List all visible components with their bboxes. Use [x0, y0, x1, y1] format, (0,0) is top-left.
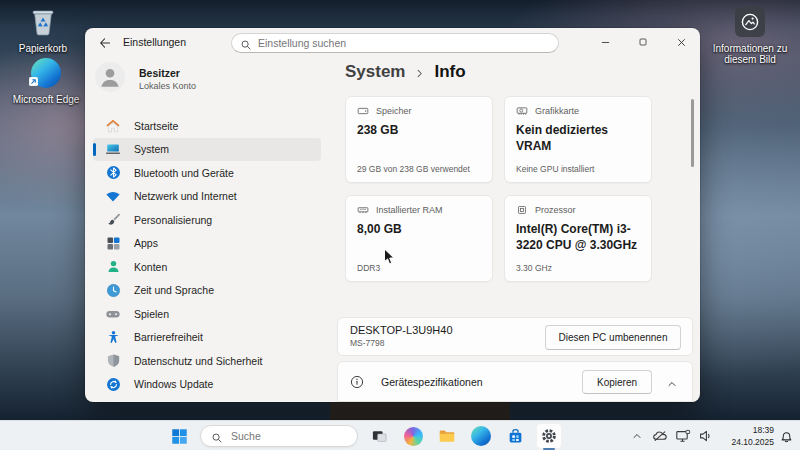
sidebar-item-bluetooth-und-geräte[interactable]: Bluetooth und Geräte [93, 161, 321, 185]
user-subtitle: Lokales Konto [139, 81, 196, 91]
bluetooth-icon [105, 165, 121, 181]
sidebar-item-label: Konten [134, 261, 167, 273]
network-icon [105, 188, 121, 204]
card-title: Grafikkarte [535, 106, 579, 116]
onedrive-cloud-icon[interactable] [652, 428, 668, 444]
card-footer: Keine GPU installiert [516, 164, 594, 174]
accounts-icon [105, 259, 121, 275]
card-title: Installierter RAM [376, 205, 443, 215]
chevron-up-icon[interactable] [629, 428, 645, 444]
card-value: 8,00 GB [357, 221, 481, 237]
explorer-icon [438, 427, 456, 445]
taskbar-search [200, 425, 358, 447]
accessibility-icon [105, 329, 121, 345]
device-specs-row[interactable]: Gerätespezifikationen Kopieren [337, 361, 693, 402]
sidebar-item-label: Bluetooth und Geräte [134, 167, 234, 179]
taskbar: 18:39 24.10.2025 [0, 420, 800, 450]
card-value: Intel(R) Core(TM) i3-3220 CPU @ 3.30GHz [516, 221, 640, 253]
bell-icon[interactable] [779, 429, 794, 448]
breadcrumb-parent[interactable]: System [345, 62, 405, 82]
card-title: Prozessor [535, 205, 576, 215]
sidebar-item-barrierefreiheit[interactable]: Barrierefreiheit [93, 326, 321, 350]
home-icon [105, 118, 121, 134]
sidebar-item-personalisierung[interactable]: Personalisierung [93, 208, 321, 232]
sidebar-item-apps[interactable]: Apps [93, 232, 321, 256]
sidebar-item-startseite[interactable]: Startseite [93, 114, 321, 138]
sidebar-item-windows-update[interactable]: Windows Update [93, 373, 321, 397]
taskbar-app-store[interactable] [502, 423, 528, 449]
settings-window: Einstellungen Besitzer Lokales Konto Sta… [85, 28, 700, 402]
sidebar-item-netzwerk-und-internet[interactable]: Netzwerk und Internet [93, 185, 321, 209]
spec-cards: Speicher238 GB29 GB von 238 GB verwendet… [345, 96, 652, 282]
sidebar-item-zeit-und-sprache[interactable]: Zeit und Sprache [93, 279, 321, 303]
windows-update-icon [105, 376, 121, 392]
settings-gear-icon [540, 427, 558, 445]
search-icon [211, 430, 223, 448]
network-monitor-icon[interactable] [675, 428, 691, 444]
cpu-icon [516, 204, 528, 216]
avatar [95, 62, 125, 96]
settings-nav: StartseiteSystemBluetooth und GeräteNetz… [93, 114, 321, 396]
card-title: Speicher [376, 106, 412, 116]
minimize-button[interactable] [586, 28, 624, 56]
desktop-icon-image-info[interactable]: Informationen zu diesem Bild [711, 7, 789, 65]
volume-icon[interactable] [698, 428, 714, 444]
close-button[interactable] [662, 28, 700, 56]
taskbar-app-edge[interactable] [468, 423, 494, 449]
card-footer: 3.30 GHz [516, 263, 552, 273]
sidebar-item-spielen[interactable]: Spielen [93, 302, 321, 326]
spec-card-speicher: Speicher238 GB29 GB von 238 GB verwendet [345, 96, 493, 183]
gpu-icon [516, 105, 528, 117]
recycle-bin-icon [28, 5, 58, 41]
taskbar-clock[interactable]: 18:39 24.10.2025 [731, 424, 774, 448]
taskbar-search-input[interactable] [200, 425, 358, 447]
spec-card-installierter-ram: Installierter RAM8,00 GBDDR3 [345, 195, 493, 282]
scrollbar[interactable] [691, 99, 694, 167]
clock-time: 18:39 [731, 424, 774, 436]
copilot-icon [404, 427, 423, 446]
titlebar: Einstellungen [85, 28, 700, 56]
desktop: Papierkorb Microsoft Edge Informationen … [0, 0, 800, 450]
selected-indicator [93, 143, 96, 156]
desktop-icon-recycle-bin[interactable]: Papierkorb [4, 5, 82, 54]
desktop-icon-edge[interactable]: Microsoft Edge [7, 58, 85, 105]
spec-card-prozessor: ProzessorIntel(R) Core(TM) i3-3220 CPU @… [504, 195, 652, 282]
task-view-icon [371, 428, 388, 445]
back-button[interactable] [95, 34, 115, 51]
sidebar-item-konten[interactable]: Konten [93, 255, 321, 279]
storage-icon [357, 105, 369, 117]
rename-pc-button[interactable]: Diesen PC umbenennen [545, 325, 681, 350]
sidebar-item-datenschutz-und-sicherheit[interactable]: Datenschutz und Sicherheit [93, 349, 321, 373]
taskbar-app-copilot[interactable] [400, 423, 426, 449]
start-button[interactable] [168, 426, 190, 446]
sidebar-item-label: Spielen [134, 308, 169, 320]
clock-date: 24.10.2025 [731, 436, 774, 448]
taskbar-app-task-view[interactable] [366, 423, 392, 449]
copy-button[interactable]: Kopieren [582, 370, 652, 394]
sidebar-item-label: System [134, 143, 169, 155]
user-block[interactable]: Besitzer Lokales Konto [95, 62, 196, 96]
settings-search-input[interactable] [231, 33, 559, 53]
desktop-icon-label: Informationen zu diesem Bild [711, 43, 789, 65]
system-icon [105, 141, 121, 157]
spec-card-grafikkarte: GrafikkarteKein dediziertes VRAMKeine GP… [504, 96, 652, 183]
chevron-right-icon [414, 68, 425, 79]
maximize-button[interactable] [624, 28, 662, 56]
sidebar-item-system[interactable]: System [93, 138, 321, 162]
sidebar-item-label: Startseite [134, 120, 178, 132]
device-specs-label: Gerätespezifikationen [381, 376, 483, 388]
ram-icon [357, 204, 369, 216]
sidebar-item-label: Personalisierung [134, 214, 212, 226]
user-name: Besitzer [139, 67, 196, 79]
chevron-up-icon[interactable] [666, 376, 678, 394]
sidebar-item-label: Datenschutz und Sicherheit [134, 355, 262, 367]
taskbar-app-explorer[interactable] [434, 423, 460, 449]
desktop-icon-label: Microsoft Edge [7, 94, 85, 105]
personalization-icon [105, 212, 121, 228]
gaming-icon [105, 306, 121, 322]
breadcrumb: System Info [345, 62, 466, 82]
privacy-icon [105, 353, 121, 369]
search-icon [240, 37, 252, 55]
image-info-icon [735, 7, 765, 41]
taskbar-app-settings-gear[interactable] [536, 423, 562, 449]
